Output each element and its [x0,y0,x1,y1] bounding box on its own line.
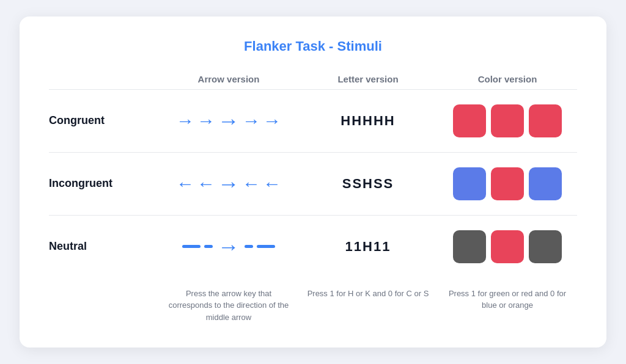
arrow-right-5: → [263,112,281,130]
label-incongruent: Incongruent [49,177,159,190]
color-square-n1 [453,230,486,263]
color-square-n3 [529,230,562,263]
color-square-i3 [529,167,562,200]
arrow-left-4: ← [242,175,260,193]
label-congruent: Congruent [49,114,159,127]
dash-4 [257,245,275,248]
colors-congruent [438,104,577,137]
dash-1 [182,245,201,248]
color-square-i1 [453,167,486,200]
color-square-c2 [491,104,524,137]
arrow-left-1: ← [176,175,194,193]
color-square-i2 [491,167,524,200]
footer-notes: Press the arrow key that corresponds to … [49,288,577,324]
letters-congruent: HHHHH [298,113,438,129]
column-headers: Arrow version Letter version Color versi… [49,74,577,84]
col-header-letter: Letter version [298,74,438,84]
arrow-right-mid: → [218,173,240,195]
arrow-right-neutral: → [218,236,240,258]
row-neutral: Neutral → 11H11 [49,216,577,278]
color-square-c3 [529,104,562,137]
footer-arrow: Press the arrow key that corresponds to … [159,288,298,324]
neutral-dash-line: → [182,236,275,258]
letters-neutral: 11H11 [298,239,438,255]
arrow-right-3: → [218,110,240,132]
main-card: Flanker Task - Stimuli Arrow version Let… [20,16,606,348]
arrow-right-4: → [242,112,260,130]
dash-2 [204,245,213,248]
arrows-congruent: → → → → → [159,110,298,132]
color-square-c1 [453,104,486,137]
arrows-incongruent: ← ← → ← ← [159,173,298,195]
arrow-left-2: ← [197,175,215,193]
colors-incongruent [438,167,577,200]
letters-incongruent: SSHSS [298,176,438,192]
color-square-n2 [491,230,524,263]
col-header-color: Color version [438,74,577,84]
label-neutral: Neutral [49,240,159,253]
arrows-neutral: → [159,236,298,258]
col-header-empty [49,74,159,84]
row-incongruent: Incongruent ← ← → ← ← SSHSS [49,153,577,215]
page-title: Flanker Task - Stimuli [49,38,577,54]
row-congruent: Congruent → → → → → HHHHH [49,90,577,152]
dash-3 [245,245,253,248]
col-header-arrow: Arrow version [159,74,298,84]
footer-letter: Press 1 for H or K and 0 for C or S [298,288,438,324]
arrow-right-1: → [176,112,194,130]
colors-neutral [438,230,577,263]
arrow-left-5: ← [263,175,281,193]
footer-color: Press 1 for green or red and 0 for blue … [438,288,577,324]
arrow-right-2: → [197,112,215,130]
